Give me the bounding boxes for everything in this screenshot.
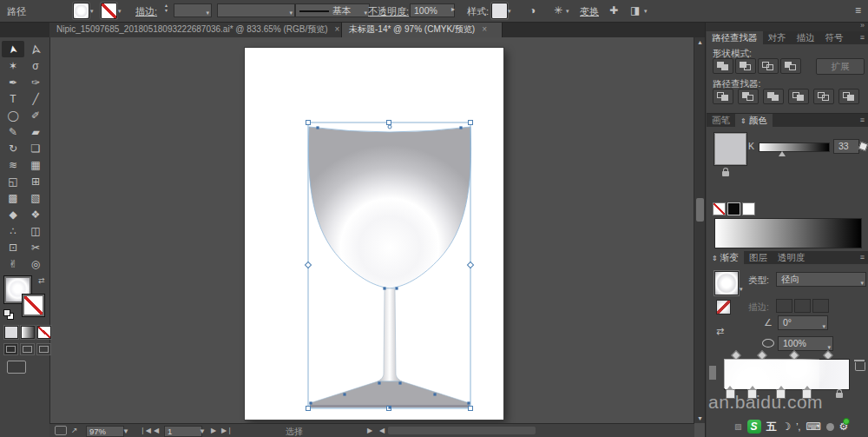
eraser-tool[interactable]: ▰: [24, 123, 47, 140]
document-tab-active[interactable]: 未标题-14* @ 97% (CMYK/预览)×: [342, 22, 503, 37]
tab-brushes[interactable]: 画笔: [707, 114, 735, 127]
tab-symbols[interactable]: 符号: [820, 31, 849, 44]
expander-icon[interactable]: ⇕: [712, 255, 718, 262]
trim-button[interactable]: [738, 89, 759, 104]
first-artboard-icon[interactable]: ❘◀: [140, 427, 151, 434]
panel-menu-icon[interactable]: ≡: [860, 33, 865, 42]
width-tool[interactable]: ≋: [2, 156, 24, 173]
recolor-artwork-icon[interactable]: ◑: [529, 4, 536, 17]
stroke-across-button[interactable]: [812, 299, 829, 313]
stroke-panel-link[interactable]: 描边:: [135, 5, 157, 18]
tab-stroke[interactable]: 描边: [792, 31, 820, 44]
k-value-field[interactable]: 33: [833, 139, 859, 154]
glass-stem[interactable]: [378, 288, 402, 381]
tab-align[interactable]: 对齐: [763, 31, 792, 44]
perspective-grid-tool[interactable]: ⊞: [24, 173, 47, 189]
gradient-thumbnail-dropdown-icon[interactable]: ▾: [740, 286, 743, 293]
glass-base[interactable]: [310, 381, 470, 407]
shape-options-dropdown-icon[interactable]: ▾: [566, 8, 569, 15]
mesh-tool[interactable]: ▩: [2, 189, 24, 206]
lasso-tool[interactable]: σ: [24, 57, 47, 74]
stroke-along-button[interactable]: [794, 299, 811, 313]
glass-bowl[interactable]: [308, 127, 470, 288]
canvas-area[interactable]: [49, 37, 694, 423]
stroke-within-button[interactable]: [776, 299, 792, 313]
shape-options-icon[interactable]: ✳: [554, 4, 562, 17]
control-bar-menu-icon[interactable]: ≡: [855, 4, 861, 17]
expand-button[interactable]: 扩展: [816, 58, 865, 75]
dropdown-icon[interactable]: ▾: [364, 7, 367, 19]
minus-front-button[interactable]: [735, 58, 756, 74]
none-mode-button[interactable]: [37, 326, 51, 339]
fill-color-well[interactable]: [73, 3, 89, 19]
swap-fill-stroke-icon[interactable]: ⇄: [38, 276, 45, 285]
fill-dropdown-icon[interactable]: ▾: [90, 8, 94, 15]
artboard-number-field[interactable]: 1: [164, 426, 202, 437]
sogou-logo-icon[interactable]: S: [747, 420, 761, 434]
stroke-dropdown-icon[interactable]: ▾: [118, 8, 122, 15]
pen-tool[interactable]: ✒: [2, 74, 24, 90]
artboard-dropdown-icon[interactable]: ▼: [199, 427, 206, 435]
ellipse-tool[interactable]: ◯: [2, 107, 24, 123]
export-icon[interactable]: ↗: [71, 426, 78, 434]
line-segment-tool[interactable]: ╱: [24, 90, 47, 107]
dropdown-icon[interactable]: ▾: [860, 276, 864, 289]
stepper-down-icon[interactable]: ▾: [165, 8, 168, 13]
free-transform-tool[interactable]: ▦: [24, 156, 47, 173]
gradient-tool[interactable]: ▧: [24, 189, 47, 206]
hand-tool[interactable]: ✌: [2, 255, 24, 272]
opacity-expand-icon[interactable]: ▸: [451, 5, 455, 13]
style-dropdown-icon[interactable]: ▾: [508, 8, 511, 15]
paintbrush-tool[interactable]: ✐: [24, 107, 47, 123]
artboard-tool[interactable]: ⊡: [2, 239, 24, 255]
color-fill-swatch[interactable]: [714, 133, 746, 165]
slice-tool[interactable]: ✂: [24, 239, 47, 255]
keyboard-icon[interactable]: ⌨: [806, 420, 820, 433]
artboard[interactable]: [245, 48, 503, 420]
opacity-field[interactable]: 100%: [410, 3, 455, 17]
tab-gradient[interactable]: ⇕ 渐变: [707, 251, 744, 264]
magic-wand-tool[interactable]: ✶: [2, 57, 24, 74]
stroke-weight-field[interactable]: ▾: [174, 3, 212, 17]
select-similar-icon[interactable]: ◨: [630, 4, 640, 17]
default-fill-stroke-icon[interactable]: [3, 309, 13, 319]
wubi-mode-label[interactable]: 五: [766, 420, 777, 434]
rotate-tool[interactable]: ↻: [2, 140, 24, 156]
stroke-weight-stepper[interactable]: ▴ ▾: [165, 3, 168, 13]
tab-pathfinder[interactable]: 路径查找器: [707, 31, 763, 44]
panel-menu-icon[interactable]: ≡: [860, 116, 865, 124]
k-slider[interactable]: [759, 142, 830, 152]
minus-back-button[interactable]: [838, 89, 859, 104]
curvature-tool[interactable]: ✑: [24, 74, 47, 90]
ime-state-icon[interactable]: ▨: [734, 422, 742, 431]
horizontal-scroll-thumb[interactable]: [388, 427, 536, 434]
transform-panel-link[interactable]: 变换: [580, 5, 599, 18]
expander-icon[interactable]: ⇕: [740, 117, 746, 125]
direct-selection-tool[interactable]: ➤: [24, 41, 47, 57]
scale-tool[interactable]: ❏: [24, 140, 47, 156]
merge-button[interactable]: [763, 89, 784, 104]
brush-definition-dropdown[interactable]: 基本 ▾: [295, 3, 370, 17]
gradient-mode-button[interactable]: [21, 326, 35, 339]
person-icon[interactable]: [826, 423, 834, 431]
close-icon[interactable]: ×: [335, 24, 340, 34]
outline-button[interactable]: [813, 89, 834, 104]
k-slider-handle[interactable]: [779, 151, 786, 156]
eyedropper-tool[interactable]: ◆: [2, 206, 24, 222]
black-swatch[interactable]: [727, 202, 740, 215]
vertical-scrollbar[interactable]: ▲ ▼: [694, 37, 706, 423]
style-swatch[interactable]: [491, 3, 508, 19]
punctuation-icon[interactable]: ’,: [796, 422, 800, 432]
tab-transparency[interactable]: 透明度: [773, 251, 811, 264]
document-tab[interactable]: Nipic_15097685_20180518093222687036.ai* …: [49, 22, 342, 37]
dropdown-icon[interactable]: ▾: [822, 320, 825, 333]
scroll-down-icon[interactable]: ▼: [697, 415, 703, 421]
last-artboard-icon[interactable]: ▶❘: [221, 427, 233, 434]
intersect-button[interactable]: [758, 58, 779, 74]
hscroll-left-icon[interactable]: ◀: [379, 427, 385, 434]
type-tool[interactable]: T: [2, 90, 24, 107]
moon-icon[interactable]: ☽: [782, 420, 792, 433]
gradient-angle-field[interactable]: 0°▾: [778, 315, 828, 330]
none-swatch[interactable]: [713, 202, 726, 215]
selection-tool[interactable]: ➤: [2, 41, 24, 57]
